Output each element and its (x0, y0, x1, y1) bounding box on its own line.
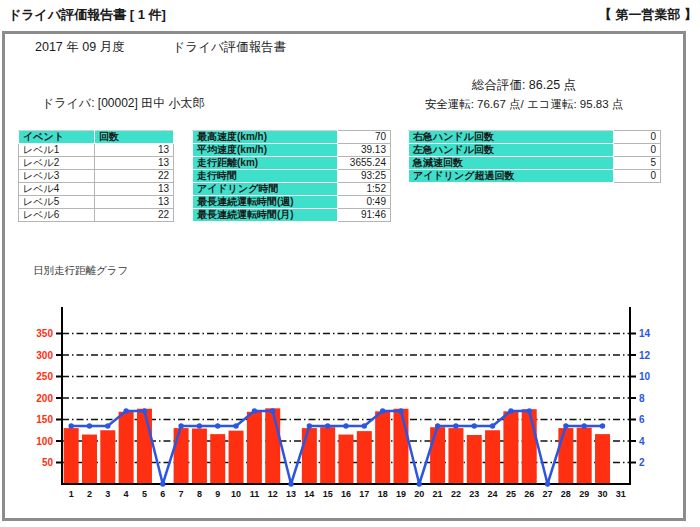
line-marker-day-30 (600, 423, 605, 428)
line-marker-day-21 (435, 423, 440, 428)
row-label: イベント (19, 131, 95, 144)
chart-title: 日別走行距離グラフ (33, 264, 128, 278)
bar-day-30 (595, 434, 610, 484)
x-axis-label: 20 (414, 489, 424, 499)
line-marker-day-13 (288, 481, 293, 486)
line-marker-day-6 (160, 481, 165, 486)
bar-day-10 (229, 431, 244, 484)
row-label: アイドリング超過回数 (409, 170, 614, 183)
row-label: 走行距離(km) (193, 157, 338, 170)
row-value: 91:46 (338, 209, 391, 222)
line-marker-day-3 (105, 423, 110, 428)
row-value: 22 (95, 170, 174, 183)
x-axis-label: 11 (250, 489, 260, 499)
line-marker-day-18 (380, 408, 385, 413)
row-label: レベル2 (19, 157, 95, 170)
bar-day-28 (558, 428, 573, 484)
table-row: 急減速回数5 (409, 157, 661, 170)
row-label: 最高速度(km/h) (193, 131, 338, 144)
table-row: 最高速度(km/h)70 (193, 131, 391, 144)
x-axis-label: 9 (215, 489, 220, 499)
row-label: レベル4 (19, 183, 95, 196)
driving-stats-table: 最高速度(km/h)70平均速度(km/h)39.13走行距離(km)3655.… (192, 130, 391, 222)
x-axis-label: 24 (488, 489, 498, 499)
table-row: 最長連続運転時間(月)91:46 (193, 209, 391, 222)
row-value: 5 (614, 157, 661, 170)
bar-day-17 (357, 431, 372, 484)
line-marker-day-11 (252, 408, 257, 413)
line-marker-day-16 (343, 423, 348, 428)
row-label: 右急ハンドル回数 (409, 131, 614, 144)
bar-day-25 (503, 411, 518, 484)
row-label: レベル3 (19, 170, 95, 183)
x-axis-label: 5 (142, 489, 147, 499)
row-label: 急減速回数 (409, 157, 614, 170)
left-axis-label: 250 (36, 371, 53, 382)
row-value: 70 (338, 131, 391, 144)
x-axis-label: 3 (105, 489, 110, 499)
line-marker-day-1 (68, 423, 73, 428)
x-axis-label: 6 (160, 489, 165, 499)
bar-day-23 (467, 435, 482, 484)
row-label: 最長連続運転時間(週) (193, 196, 338, 209)
x-axis-label: 25 (506, 489, 516, 499)
bar-day-2 (82, 435, 97, 484)
line-marker-day-29 (581, 423, 586, 428)
bar-day-8 (192, 429, 207, 484)
right-axis-label: 10 (639, 371, 651, 382)
table-header-row: イベント回数 (19, 131, 174, 144)
line-marker-day-24 (490, 423, 495, 428)
right-axis-label: 6 (639, 414, 645, 425)
line-marker-day-25 (508, 408, 513, 413)
x-axis-label: 1 (69, 489, 74, 499)
line-marker-day-22 (453, 423, 458, 428)
line-marker-day-9 (215, 423, 220, 428)
line-marker-day-10 (233, 423, 238, 428)
row-label: アイドリング時間 (193, 183, 338, 196)
bar-day-3 (100, 430, 115, 484)
x-axis-label: 2 (87, 489, 92, 499)
bar-day-1 (64, 428, 79, 484)
score-block: 総合評価: 86.25 点 安全運転: 76.67 点/ エコ運転: 95.83… (408, 77, 640, 112)
bar-day-26 (522, 409, 537, 484)
bar-day-15 (320, 427, 335, 484)
row-value: 0 (614, 144, 661, 157)
x-axis-label: 21 (433, 489, 443, 499)
bar-day-5 (137, 409, 152, 484)
right-axis-label: 2 (639, 457, 645, 468)
bar-day-12 (265, 408, 280, 484)
x-axis-label: 15 (323, 489, 333, 499)
bar-day-18 (375, 411, 390, 484)
overall-score: 総合評価: 86.25 点 (408, 77, 640, 94)
line-marker-day-19 (398, 408, 403, 413)
line-marker-day-5 (142, 408, 147, 413)
driver-info: ドライバ: [00002] 田中 小太郎 (42, 95, 205, 112)
page-title: ドライバ評価報告書 [ 1 件] (8, 6, 166, 24)
report-name: ドライバ評価報告書 (173, 40, 287, 54)
report-period: 2017 年 09 月度 (35, 40, 125, 54)
bar-day-11 (247, 412, 262, 484)
sub-scores: 安全運転: 76.67 点/ エコ運転: 95.83 点 (408, 97, 640, 112)
x-axis-label: 27 (543, 489, 553, 499)
x-axis-label: 31 (616, 489, 626, 499)
x-axis-label: 7 (179, 489, 184, 499)
x-axis-label: 10 (231, 489, 241, 499)
left-axis-label: 100 (36, 436, 53, 447)
x-axis-label: 13 (286, 489, 296, 499)
row-value: 22 (95, 209, 174, 222)
right-axis-label: 8 (639, 393, 645, 404)
row-value: 0 (614, 170, 661, 183)
left-axis-label: 300 (36, 350, 53, 361)
table-row: レベル113 (19, 144, 174, 157)
line-marker-day-14 (307, 423, 312, 428)
table-row: アイドリング超過回数0 (409, 170, 661, 183)
bar-day-4 (119, 412, 134, 484)
line-marker-day-7 (178, 423, 183, 428)
row-label: レベル5 (19, 196, 95, 209)
bar-day-22 (448, 428, 463, 484)
x-axis-label: 26 (524, 489, 534, 499)
bar-day-7 (174, 428, 189, 484)
bar-day-24 (485, 430, 500, 484)
row-value: 3655.24 (338, 157, 391, 170)
bar-day-21 (430, 427, 445, 484)
